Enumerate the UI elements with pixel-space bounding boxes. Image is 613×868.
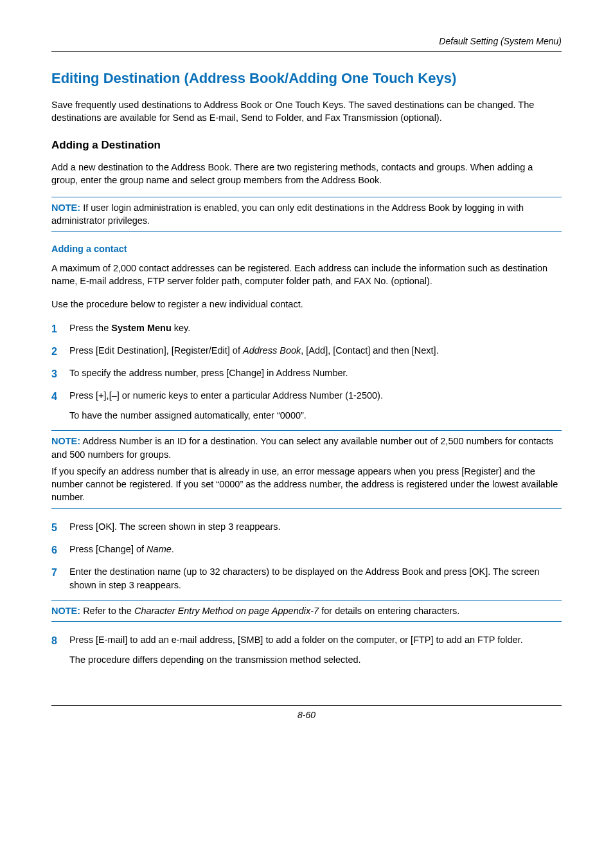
- note-block-3: NOTE: Refer to the Character Entry Metho…: [51, 600, 562, 622]
- step-number: 5: [51, 520, 69, 535]
- step-number: 6: [51, 543, 69, 557]
- step-body: Press [E-mail] to add an e-mail address,…: [69, 633, 562, 667]
- step-text: Press [Edit Destination], [Register/Edit…: [69, 345, 243, 356]
- step-body: Press the System Menu key.: [69, 321, 562, 335]
- note-block-2: NOTE: Address Number is an ID for a dest…: [51, 430, 562, 508]
- step-number: 4: [51, 389, 69, 404]
- step-number: 2: [51, 344, 69, 359]
- step-item: 4 Press [+],[–] or numeric keys to enter…: [51, 389, 562, 422]
- note-text: If you specify an address number that is…: [51, 465, 562, 504]
- step-body: Press [OK]. The screen shown in step 3 r…: [69, 520, 562, 534]
- step-text: key.: [172, 323, 191, 333]
- note-text: If user login administration is enabled,…: [51, 203, 524, 226]
- step-number: 8: [51, 633, 69, 648]
- contact-paragraph-2: Use the procedure below to register a ne…: [51, 298, 562, 311]
- note-label: NOTE:: [51, 203, 80, 213]
- sub-intro-paragraph: Add a new destination to the Address Boo…: [51, 161, 562, 187]
- step-list-b: 5 Press [OK]. The screen shown in step 3…: [51, 520, 562, 592]
- contact-paragraph-1: A maximum of 2,000 contact addresses can…: [51, 262, 562, 288]
- step-body: Press [Edit Destination], [Register/Edit…: [69, 344, 562, 357]
- step-body: Press [+],[–] or numeric keys to enter a…: [69, 389, 562, 422]
- step-bold: System Menu: [111, 323, 171, 333]
- step-text: To have the number assigned automaticall…: [69, 409, 562, 422]
- step-italic: Name: [147, 544, 172, 554]
- step-text: Press [Change] of: [69, 544, 147, 554]
- step-text: Press the: [69, 323, 111, 333]
- page-title: Editing Destination (Address Book/Adding…: [51, 70, 562, 87]
- note-label: NOTE:: [51, 606, 80, 616]
- note-text: for details on entering characters.: [319, 606, 459, 616]
- header-rule: [51, 51, 562, 52]
- step-item: 8 Press [E-mail] to add an e-mail addres…: [51, 633, 562, 667]
- step-number: 1: [51, 321, 69, 336]
- note-italic: Character Entry Method on page Appendix-…: [134, 606, 319, 616]
- note-text: Refer to the: [80, 606, 134, 616]
- step-item: 6 Press [Change] of Name.: [51, 543, 562, 557]
- step-item: 5 Press [OK]. The screen shown in step 3…: [51, 520, 562, 535]
- step-number: 3: [51, 366, 69, 381]
- step-item: 7 Enter the destination name (up to 32 c…: [51, 565, 562, 592]
- note-label: NOTE:: [51, 436, 80, 446]
- intro-paragraph: Save frequently used destinations to Add…: [51, 98, 562, 125]
- note-block-1: NOTE: If user login administration is en…: [51, 197, 562, 232]
- step-text: , [Add], [Contact] and then [Next].: [301, 345, 438, 356]
- subsection-title: Adding a Destination: [51, 139, 562, 152]
- step-text: The procedure differs depending on the t…: [69, 653, 562, 667]
- step-body: Press [Change] of Name.: [69, 543, 562, 556]
- procedure-heading: Adding a contact: [51, 244, 562, 254]
- step-body: Enter the destination name (up to 32 cha…: [69, 565, 562, 592]
- step-item: 3 To specify the address number, press […: [51, 366, 562, 381]
- step-body: To specify the address number, press [Ch…: [69, 366, 562, 380]
- step-item: 2 Press [Edit Destination], [Register/Ed…: [51, 344, 562, 359]
- step-text: Press [+],[–] or numeric keys to enter a…: [69, 389, 562, 402]
- step-text: .: [172, 544, 174, 554]
- step-list-c: 8 Press [E-mail] to add an e-mail addres…: [51, 633, 562, 667]
- step-item: 1 Press the System Menu key.: [51, 321, 562, 336]
- step-list-a: 1 Press the System Menu key. 2 Press [Ed…: [51, 321, 562, 423]
- step-number: 7: [51, 565, 69, 580]
- page-number: 8-60: [51, 705, 562, 720]
- step-italic: Address Book: [243, 345, 301, 356]
- note-text: Address Number is an ID for a destinatio…: [51, 436, 553, 459]
- step-text: Press [E-mail] to add an e-mail address,…: [69, 633, 562, 647]
- running-header: Default Setting (System Menu): [51, 36, 562, 49]
